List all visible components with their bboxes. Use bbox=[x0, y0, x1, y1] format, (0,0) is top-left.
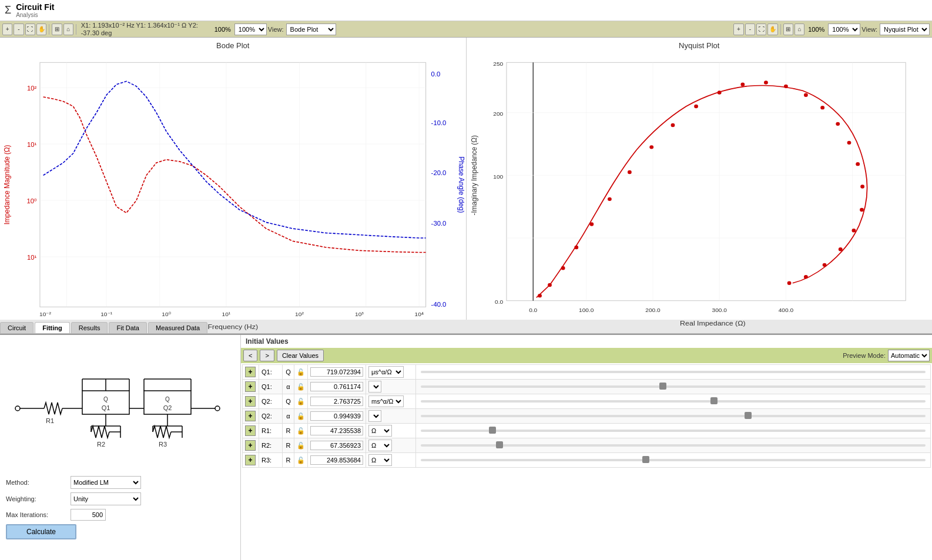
weighting-select[interactable]: Unity Modulus Proportional bbox=[71, 492, 141, 505]
param-lock-0[interactable]: 🔓 bbox=[297, 368, 305, 375]
param-type-5: R bbox=[286, 442, 291, 449]
param-row: + R3: R 🔓 ΩmΩkΩ bbox=[243, 453, 931, 468]
param-value-input-5[interactable] bbox=[310, 441, 363, 450]
method-row: Method: Modified LM Standard LM Simplex bbox=[6, 476, 234, 489]
nyquist-grid-btn[interactable]: ⊞ bbox=[783, 24, 793, 35]
bode-zoom-select[interactable]: 100%150%50% bbox=[234, 24, 267, 35]
nyquist-zoom-in-btn[interactable]: + bbox=[733, 24, 743, 35]
preview-mode-label: Preview Mode: bbox=[843, 352, 886, 359]
method-select[interactable]: Modified LM Standard LM Simplex bbox=[71, 476, 141, 489]
svg-text:R3: R3 bbox=[159, 441, 167, 448]
nyquist-view-select[interactable]: Nyquist PlotBode Plot bbox=[880, 24, 930, 35]
svg-point-48 bbox=[649, 145, 653, 149]
param-slider-track-5 bbox=[421, 441, 926, 450]
nyquist-zoom-select[interactable]: 100%150%50% bbox=[828, 24, 860, 35]
nyquist-pan-btn[interactable]: ⛶ bbox=[756, 24, 766, 35]
svg-text:10⁻¹: 10⁻¹ bbox=[100, 311, 113, 318]
param-name-6: R3: bbox=[262, 457, 271, 464]
param-add-cell: + bbox=[243, 380, 259, 394]
bode-hand-btn[interactable]: ✋ bbox=[36, 24, 46, 35]
svg-text:10⁰: 10⁰ bbox=[27, 198, 38, 205]
bode-view-select[interactable]: Bode PlotNyquist Plot bbox=[286, 24, 336, 35]
bode-pan-btn[interactable]: ⛶ bbox=[25, 24, 35, 35]
param-slider-cell-0 bbox=[416, 365, 931, 380]
param-row: + Q1: α 🔓 bbox=[243, 380, 931, 394]
param-lock-6[interactable]: 🔓 bbox=[297, 457, 305, 464]
param-type-6: R bbox=[286, 457, 291, 464]
param-unit-select-3[interactable] bbox=[368, 410, 381, 422]
param-value-input-2[interactable] bbox=[310, 397, 363, 406]
bode-view-label: View: bbox=[268, 26, 284, 33]
calculate-button[interactable]: Calculate bbox=[6, 524, 76, 539]
bode-toolbar: + - ⛶ ✋ ⊞ ⌂ X1: 1.193x10⁻² Hz Y1: 1.364x… bbox=[0, 21, 932, 38]
param-slider-cell-1 bbox=[416, 380, 931, 394]
param-value-input-3[interactable] bbox=[310, 411, 363, 421]
param-lock-cell: 🔓 bbox=[294, 409, 308, 424]
nyquist-panel: Nyquist Plot bbox=[467, 38, 933, 320]
param-lock-1[interactable]: 🔓 bbox=[297, 383, 305, 390]
svg-text:R1: R1 bbox=[46, 417, 54, 424]
param-add-cell: + bbox=[243, 409, 259, 424]
bode-zoom-display: 100% bbox=[214, 26, 231, 33]
preview-mode-select[interactable]: Automatic Manual bbox=[888, 350, 930, 361]
nav-next-btn[interactable]: > bbox=[260, 350, 274, 361]
method-area: Method: Modified LM Standard LM Simplex … bbox=[6, 476, 234, 539]
bode-grid-btn[interactable]: ⊞ bbox=[52, 24, 62, 35]
param-lock-3[interactable]: 🔓 bbox=[297, 413, 305, 420]
param-type-4: R bbox=[286, 427, 291, 434]
clear-values-btn[interactable]: Clear Values bbox=[277, 350, 324, 361]
param-name-0: Q1: bbox=[262, 368, 272, 375]
param-value-input-0[interactable] bbox=[310, 367, 363, 377]
initial-values-header: Initial Values bbox=[241, 335, 932, 348]
svg-point-45 bbox=[589, 222, 594, 226]
svg-text:Phase Angle (deg): Phase Angle (deg) bbox=[457, 156, 465, 213]
param-lock-4[interactable]: 🔓 bbox=[297, 427, 305, 434]
param-add-btn-0[interactable]: + bbox=[245, 367, 256, 377]
svg-point-62 bbox=[851, 229, 856, 232]
nyquist-home-btn[interactable]: ⌂ bbox=[794, 24, 804, 35]
param-unit-cell: μs^α/Ωms^α/Ωs^α/Ω bbox=[366, 365, 416, 380]
param-lock-5[interactable]: 🔓 bbox=[297, 442, 305, 449]
method-label: Method: bbox=[6, 479, 71, 486]
param-value-input-1[interactable] bbox=[310, 382, 363, 391]
max-iter-input[interactable] bbox=[71, 509, 106, 521]
nav-prev-btn[interactable]: < bbox=[243, 350, 257, 361]
param-unit-cell: ms^α/Ωμs^α/Ωs^α/Ω bbox=[366, 394, 416, 409]
svg-point-65 bbox=[803, 275, 807, 279]
param-lock-cell: 🔓 bbox=[294, 394, 308, 409]
param-unit-select-4[interactable]: ΩmΩkΩ bbox=[368, 425, 392, 437]
param-unit-cell: ΩmΩkΩ bbox=[366, 453, 416, 468]
bode-zoom-in-btn[interactable]: + bbox=[2, 24, 12, 35]
circuit-diagram: R1 Q Q1 R2 bbox=[6, 347, 229, 470]
param-value-cell bbox=[308, 409, 366, 424]
param-value-input-6[interactable] bbox=[310, 455, 363, 465]
param-value-input-4[interactable] bbox=[310, 426, 363, 435]
param-unit-select-6[interactable]: ΩmΩkΩ bbox=[368, 454, 392, 466]
param-unit-select-5[interactable]: ΩmΩkΩ bbox=[368, 440, 392, 451]
nyquist-zoom-out-btn[interactable]: - bbox=[745, 24, 755, 35]
svg-text:0.0: 0.0 bbox=[431, 71, 441, 78]
param-add-btn-3[interactable]: + bbox=[245, 411, 256, 421]
param-unit-select-2[interactable]: ms^α/Ωμs^α/Ωs^α/Ω bbox=[368, 395, 404, 407]
param-lock-2[interactable]: 🔓 bbox=[297, 398, 305, 405]
param-add-btn-1[interactable]: + bbox=[245, 381, 256, 392]
param-add-btn-4[interactable]: + bbox=[245, 425, 256, 436]
svg-point-42 bbox=[548, 283, 552, 287]
svg-text:0.0: 0.0 bbox=[529, 307, 538, 313]
param-unit-select-0[interactable]: μs^α/Ωms^α/Ωs^α/Ω bbox=[368, 366, 404, 378]
svg-point-53 bbox=[764, 81, 768, 84]
param-add-btn-6[interactable]: + bbox=[245, 455, 256, 465]
svg-text:10²: 10² bbox=[27, 85, 37, 92]
param-slider-cell-6 bbox=[416, 453, 931, 468]
svg-text:10¹: 10¹ bbox=[27, 142, 37, 149]
param-slider-track-4 bbox=[421, 427, 926, 435]
svg-text:-Imaginary Impedance (Ω): -Imaginary Impedance (Ω) bbox=[470, 135, 478, 215]
bode-home-btn[interactable]: ⌂ bbox=[63, 24, 73, 35]
param-add-btn-5[interactable]: + bbox=[245, 440, 256, 451]
param-name-4: R1: bbox=[262, 427, 271, 434]
param-unit-select-1[interactable] bbox=[368, 381, 381, 393]
svg-point-50 bbox=[694, 105, 698, 108]
nyquist-hand-btn[interactable]: ✋ bbox=[767, 24, 777, 35]
bode-zoom-out-btn[interactable]: - bbox=[14, 24, 24, 35]
param-add-btn-2[interactable]: + bbox=[245, 396, 256, 407]
